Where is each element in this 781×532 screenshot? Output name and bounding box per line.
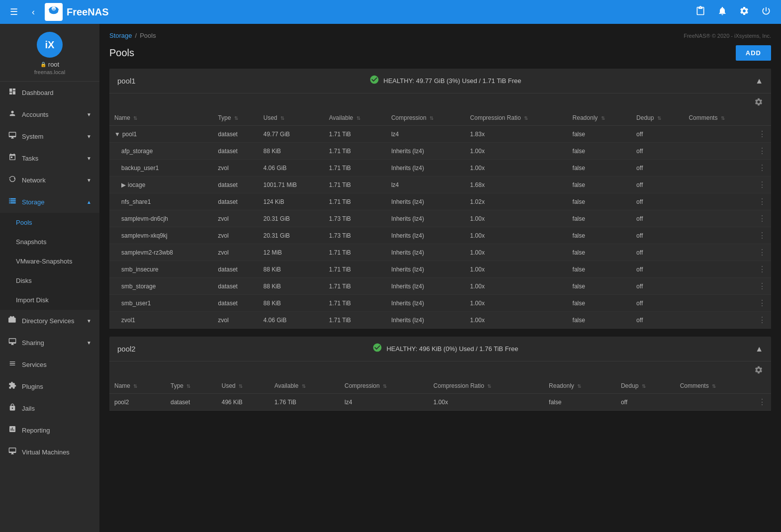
col2-readonly[interactable]: Readonly ⇅ [544,378,616,394]
cell-available: 1.71 TiB [324,126,386,143]
row-menu-button[interactable]: ⋮ [758,298,766,308]
sidebar-item-system[interactable]: System ▼ [0,125,99,147]
row-menu-button[interactable]: ⋮ [758,197,766,206]
network-icon [8,175,17,185]
row-menu-button[interactable]: ⋮ [758,281,766,291]
cell-available: 1.73 TiB [324,227,386,244]
cell-type: zvol [213,227,259,244]
sidebar-item-directory-services[interactable]: Directory Services ▼ [0,310,99,332]
pool2-header-right: ▲ [755,345,763,354]
pool2-status: HEALTHY: 496 KiB (0%) Used / 1.76 TiB Fr… [372,343,518,355]
user-avatar: iX [37,32,63,58]
sidebar-item-dashboard[interactable]: Dashboard [0,82,99,103]
pool1-header-row: Name ⇅ Type ⇅ Used ⇅ Available ⇅ Compres… [109,110,771,126]
pool2-table-body: pool2dataset496 KiB1.76 TiBlz41.00xfalse… [109,394,771,411]
sidebar-item-virtual-machines[interactable]: Virtual Machines [0,441,99,463]
cell-menu: ⋮ [753,244,771,261]
row-menu-button[interactable]: ⋮ [758,315,766,325]
system-icon [8,131,17,141]
col-type[interactable]: Type ⇅ [213,110,259,126]
col2-used[interactable]: Used ⇅ [217,378,269,394]
row-menu-button[interactable]: ⋮ [758,248,766,257]
row-menu-button[interactable]: ⋮ [758,265,766,274]
row-menu-button[interactable]: ⋮ [758,214,766,223]
clipboard-button[interactable] [692,4,709,20]
col-available[interactable]: Available ⇅ [324,110,386,126]
cell-available: 1.73 TiB [324,210,386,227]
sidebar-item-jails[interactable]: Jails [0,397,99,419]
sidebar-item-services[interactable]: Services [0,354,99,375]
pool2-settings-row [109,361,771,378]
back-button[interactable]: ‹ [28,5,39,19]
pool1-settings-button[interactable] [754,97,763,108]
menu-toggle-button[interactable]: ☰ [6,4,22,19]
pool2-collapse-button[interactable]: ▲ [755,345,763,354]
col2-type[interactable]: Type ⇅ [166,378,217,394]
sidebar-item-vmware-snapshots[interactable]: VMware-Snapshots [0,252,99,271]
col2-name[interactable]: Name ⇅ [109,378,166,394]
col-used[interactable]: Used ⇅ [259,110,324,126]
col-name[interactable]: Name ⇅ [109,110,213,126]
pool1-collapse-button[interactable]: ▲ [755,77,763,86]
cell-type: dataset [213,261,259,278]
table-row: samplevm-xkq9kjzvol20.31 GiB1.73 TiBInhe… [109,227,771,244]
sidebar-label-pools: Pools [16,219,32,226]
pool2-header-row: Name ⇅ Type ⇅ Used ⇅ Available ⇅ Compres… [109,378,771,394]
sidebar-item-network[interactable]: Network ▼ [0,169,99,191]
freenas-logo-icon: iX [45,3,63,21]
row-menu-button[interactable]: ⋮ [758,129,766,139]
cell-compression: Inherits (lz4) [386,227,465,244]
sidebar-item-accounts[interactable]: Accounts ▼ [0,103,99,125]
col-comments[interactable]: Comments ⇅ [684,110,753,126]
col2-available[interactable]: Available ⇅ [269,378,340,394]
col2-comments[interactable]: Comments ⇅ [675,378,753,394]
table-row: smb_storagedataset88 KiB1.71 TiBInherits… [109,278,771,295]
cell-dedup: off [616,394,675,411]
pool1-status: HEALTHY: 49.77 GiB (3%) Used / 1.71 TiB … [369,75,521,87]
pool2-settings-button[interactable] [754,365,763,376]
settings-button[interactable] [735,4,753,20]
cell-name: samplevm-dn6cjh [109,210,213,227]
sidebar-item-pools[interactable]: Pools [0,213,99,232]
cell-used: 4.06 GiB [259,160,324,177]
cell-compression: Inherits (lz4) [386,210,465,227]
notifications-button[interactable] [713,4,731,20]
add-pool-button[interactable]: ADD [736,45,771,61]
col2-dedup[interactable]: Dedup ⇅ [616,378,675,394]
col-menu [753,110,771,126]
col2-compression-ratio[interactable]: Compression Ratio ⇅ [429,378,544,394]
cell-name: backup_user1 [109,160,213,177]
row-menu-button[interactable]: ⋮ [758,397,766,407]
row-menu-button[interactable]: ⋮ [758,231,766,240]
cell-available: 1.71 TiB [324,295,386,312]
cell-menu: ⋮ [753,210,771,227]
content-area: Storage / Pools FreeNAS® © 2020 - iXsyst… [99,24,781,532]
row-menu-button[interactable]: ⋮ [758,146,766,156]
cell-ratio: 1.00x [465,210,568,227]
cell-available: 1.71 TiB [324,244,386,261]
breadcrumb-storage-link[interactable]: Storage [109,32,132,39]
cell-comments [684,244,753,261]
cell-ratio: 1.68x [465,177,568,193]
col-readonly[interactable]: Readonly ⇅ [568,110,631,126]
sidebar-item-sharing[interactable]: Sharing ▼ [0,332,99,354]
cell-ratio: 1.02x [465,193,568,210]
sidebar-item-plugins[interactable]: Plugins [0,375,99,397]
row-menu-button[interactable]: ⋮ [758,163,766,173]
sidebar-item-import-disk[interactable]: Import Disk [0,290,99,310]
power-button[interactable] [757,4,775,20]
sidebar-item-tasks[interactable]: Tasks ▼ [0,147,99,169]
cell-ratio: 1.00x [465,244,568,261]
col-compression-ratio[interactable]: Compression Ratio ⇅ [465,110,568,126]
breadcrumb-separator: / [135,32,137,39]
col-compression[interactable]: Compression ⇅ [386,110,465,126]
row-menu-button[interactable]: ⋮ [758,180,766,189]
sidebar-item-snapshots[interactable]: Snapshots [0,232,99,252]
col-dedup[interactable]: Dedup ⇅ [631,110,684,126]
sidebar-item-reporting[interactable]: Reporting [0,419,99,441]
sidebar-item-disks[interactable]: Disks [0,271,99,290]
sidebar-item-storage[interactable]: Storage ▲ [0,191,99,213]
pool1-table: Name ⇅ Type ⇅ Used ⇅ Available ⇅ Compres… [109,110,771,329]
cell-compression: lz4 [340,394,429,411]
col2-compression[interactable]: Compression ⇅ [340,378,429,394]
